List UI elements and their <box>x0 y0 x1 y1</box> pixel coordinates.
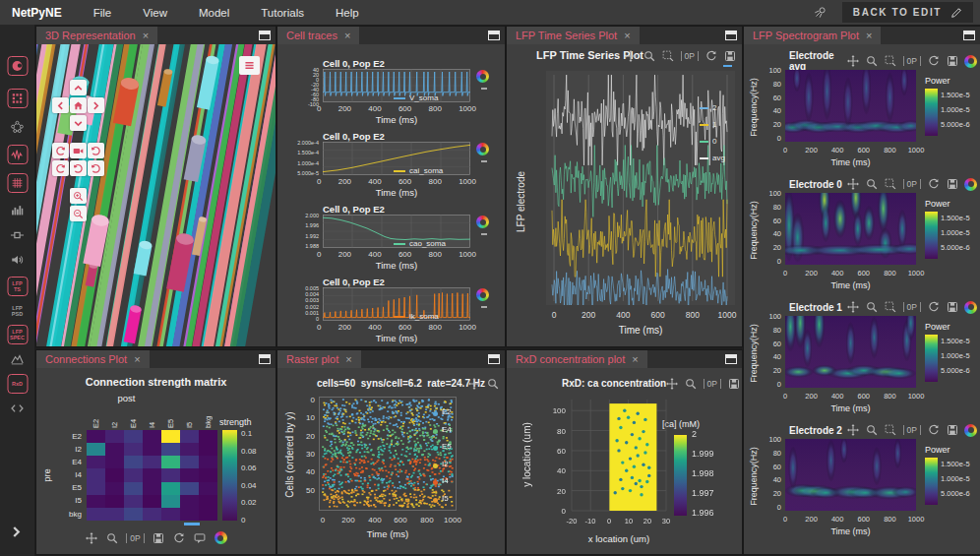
zoom-out-button[interactable] <box>70 206 87 221</box>
refresh-icon[interactable] <box>173 531 186 544</box>
save-icon[interactable] <box>153 531 165 544</box>
close-icon[interactable]: × <box>866 31 872 41</box>
rotate-cw-button[interactable] <box>88 143 104 158</box>
palette-icon[interactable] <box>964 301 977 314</box>
pan-up-button[interactable] <box>70 80 87 95</box>
modebar-collapsed-indicator[interactable] <box>481 88 487 90</box>
pan-icon[interactable] <box>847 301 860 314</box>
save-icon[interactable] <box>723 49 736 62</box>
tab-lfp-timeseries[interactable]: LFP Time Series Plot × <box>507 27 640 44</box>
legend-label[interactable]: E5 <box>442 442 452 451</box>
zoom-icon[interactable] <box>486 377 499 390</box>
menu-view[interactable]: View <box>143 7 167 19</box>
legend-label[interactable]: I2 <box>442 460 449 468</box>
spectrogram-heatmap[interactable] <box>785 70 916 142</box>
spectrogram-heatmap[interactable] <box>785 439 916 511</box>
zoom-icon[interactable] <box>866 301 879 314</box>
list-icon[interactable] <box>239 56 260 75</box>
modebar-collapsed-indicator[interactable] <box>481 306 487 308</box>
pan-down-button[interactable] <box>70 115 87 131</box>
select-icon[interactable] <box>885 301 897 314</box>
pan-icon[interactable] <box>847 424 860 437</box>
palette-icon[interactable] <box>214 531 227 544</box>
rotate-cw-button[interactable] <box>88 160 104 176</box>
collapse-sidebar-button[interactable] <box>9 525 24 543</box>
select-icon[interactable] <box>885 424 897 437</box>
tab-raster[interactable]: Raster plot × <box>277 350 361 368</box>
menu-tutorials[interactable]: Tutorials <box>261 7 304 19</box>
close-icon[interactable]: × <box>345 354 351 365</box>
tab-lfp-spectrogram[interactable]: LFP Spectrogram Plot × <box>744 27 881 44</box>
sidebar-item-lfp-spectrogram[interactable]: LFPSPEC <box>7 325 28 344</box>
connection-matrix-heatmap[interactable] <box>87 430 217 521</box>
tab-rxd[interactable]: RxD concentration plot × <box>507 350 647 368</box>
select-icon[interactable] <box>885 55 897 68</box>
palette-icon[interactable] <box>476 216 489 228</box>
sidebar-item-3d-soma[interactable] <box>7 56 28 76</box>
reset-axes-label[interactable]: 0P <box>126 533 144 543</box>
minimize-window-icon[interactable] <box>725 354 737 364</box>
palette-icon[interactable] <box>476 143 489 155</box>
zoom-icon[interactable] <box>866 55 879 68</box>
comment-icon[interactable] <box>194 531 207 544</box>
sidebar-item-spike-histogram[interactable] <box>7 200 28 219</box>
zoom-icon[interactable] <box>866 178 879 191</box>
sidebar-item-peak-plot[interactable] <box>7 349 28 369</box>
refresh-icon[interactable] <box>927 178 940 191</box>
legend-item[interactable]: 2 <box>700 99 725 116</box>
pan-icon[interactable] <box>847 178 860 191</box>
legend-item[interactable]: 0 <box>700 133 725 150</box>
sidebar-item-cell-traces[interactable] <box>7 145 28 164</box>
menu-help[interactable]: Help <box>336 7 359 19</box>
zoom-icon[interactable] <box>866 424 879 437</box>
modebar-collapsed-indicator[interactable] <box>481 233 487 235</box>
legend-label[interactable]: I5 <box>442 494 449 503</box>
reset-axes-label[interactable]: 0P <box>704 379 721 389</box>
pan-left-button[interactable] <box>52 97 69 113</box>
palette-icon[interactable] <box>964 178 977 191</box>
close-icon[interactable]: × <box>344 31 350 41</box>
close-icon[interactable]: × <box>143 31 149 41</box>
sidebar-item-rxd[interactable]: RxD <box>7 374 28 394</box>
camera-button[interactable] <box>70 143 87 158</box>
legend-item[interactable]: 1 <box>700 116 725 133</box>
refresh-icon[interactable] <box>927 301 940 314</box>
sidebar-item-network-graph[interactable] <box>7 117 28 137</box>
minimize-window-icon[interactable] <box>259 354 271 364</box>
save-icon[interactable] <box>946 178 958 191</box>
select-icon[interactable] <box>885 178 897 191</box>
rotate-ccw-button[interactable] <box>52 143 69 158</box>
palette-icon[interactable] <box>964 424 977 437</box>
spectrogram-heatmap[interactable] <box>785 193 916 265</box>
minimize-window-icon[interactable] <box>725 31 737 40</box>
sidebar-item-code-editor[interactable] <box>7 399 28 418</box>
rxd-plot-area[interactable] <box>570 398 668 513</box>
refresh-icon[interactable] <box>704 49 717 62</box>
menu-file[interactable]: File <box>93 7 112 19</box>
legend-item[interactable]: avg <box>700 150 725 166</box>
modebar-collapsed-indicator[interactable] <box>481 160 487 162</box>
legend-label[interactable]: E4 <box>442 425 452 434</box>
tab-connections[interactable]: Connections Plot × <box>36 350 150 368</box>
menu-model[interactable]: Model <box>199 7 229 19</box>
palette-icon[interactable] <box>476 288 489 301</box>
sidebar-item-connectivity-matrix[interactable] <box>7 173 28 193</box>
pan-icon[interactable] <box>847 55 860 68</box>
rotate-ccw-button[interactable] <box>52 160 69 176</box>
palette-icon[interactable] <box>964 55 977 68</box>
sidebar-item-lfp-psd[interactable]: LFPPSD <box>7 301 28 321</box>
reset-axes-label[interactable]: 0P <box>903 425 921 435</box>
minimize-window-icon[interactable] <box>488 354 500 364</box>
sidebar-item-lfp-timeseries[interactable]: LFPTS <box>7 277 28 296</box>
save-icon[interactable] <box>946 55 958 68</box>
back-to-edit-button[interactable]: BACK TO EDIT <box>842 2 973 23</box>
reset-axes-label[interactable]: 0P <box>903 179 921 189</box>
refresh-icon[interactable] <box>927 55 940 68</box>
pan-icon[interactable] <box>666 377 679 390</box>
save-icon[interactable] <box>946 424 958 437</box>
sidebar-item-circuit-node[interactable] <box>7 225 28 245</box>
reset-axes-label[interactable]: 0P <box>681 51 699 61</box>
minimize-window-icon[interactable] <box>488 31 500 40</box>
close-icon[interactable]: × <box>624 31 630 41</box>
legend-label[interactable]: I4 <box>442 476 449 485</box>
